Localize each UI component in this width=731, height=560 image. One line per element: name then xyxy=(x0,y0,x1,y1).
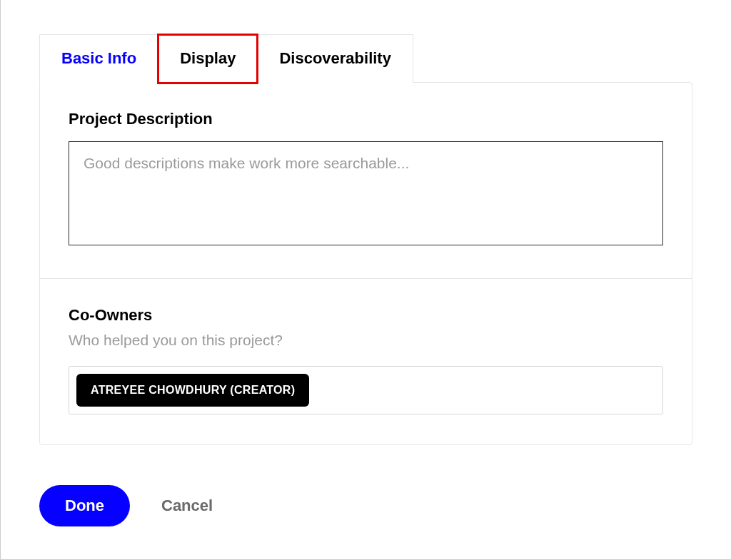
tab-basic-info[interactable]: Basic Info xyxy=(39,34,158,83)
footer: Done Cancel xyxy=(39,485,692,526)
description-input[interactable] xyxy=(69,141,663,245)
coowners-input[interactable]: ATREYEE CHOWDHURY (CREATOR) xyxy=(69,366,663,414)
tabs: Basic Info Display Discoverability xyxy=(39,34,692,83)
section-coowners: Co-Owners Who helped you on this project… xyxy=(40,278,692,444)
cancel-button[interactable]: Cancel xyxy=(161,497,213,515)
panel: Project Description Co-Owners Who helped… xyxy=(39,82,692,445)
coowners-subtitle: Who helped you on this project? xyxy=(69,332,663,349)
description-label: Project Description xyxy=(69,110,663,128)
coowner-chip[interactable]: ATREYEE CHOWDHURY (CREATOR) xyxy=(76,374,309,407)
tab-discoverability[interactable]: Discoverability xyxy=(257,34,413,83)
section-description: Project Description xyxy=(40,83,692,278)
coowners-label: Co-Owners xyxy=(69,306,663,325)
done-button[interactable]: Done xyxy=(39,485,130,526)
tab-display[interactable]: Display xyxy=(158,34,258,83)
